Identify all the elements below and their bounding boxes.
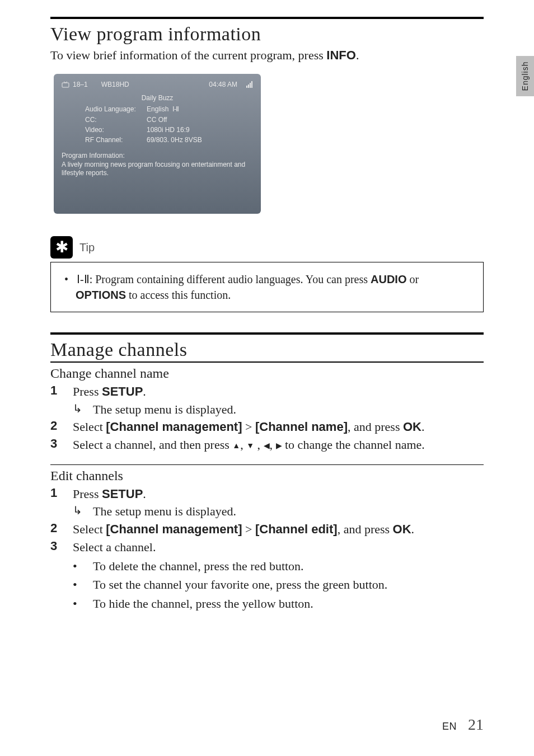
result-arrow-icon: ↳	[73, 401, 93, 418]
page-footer: EN 21	[442, 716, 484, 734]
ec-bullet1: To delete the channel, press the red but…	[93, 558, 304, 575]
tv-icon	[62, 81, 69, 88]
svg-rect-2	[248, 84, 249, 88]
ccn-step1-result: The setup menu is displayed.	[93, 401, 236, 418]
rule-top-2	[50, 332, 484, 335]
value-rf: 69/803. 0Hz 8VSB	[147, 136, 253, 144]
right-arrow-icon: ▶	[276, 440, 282, 451]
edit-channels-heading: Edit channels	[50, 468, 484, 483]
section1-title: View program information	[50, 24, 484, 45]
ec-step3-num: 3	[50, 539, 73, 614]
ccn-step1-num: 1	[50, 383, 73, 417]
panel-program-title: Daily Buzz	[62, 94, 253, 102]
tip-box: ✱ Tip • Ⅰ-Ⅱ: Program containing differen…	[50, 236, 484, 312]
change-channel-name-heading: Change channel name	[50, 366, 484, 381]
tip-content: • Ⅰ-Ⅱ: Program containing different audi…	[50, 262, 484, 312]
rule-sub-2	[50, 464, 484, 465]
language-tab: English	[516, 56, 534, 96]
panel-pi-body: A lively morning news program focusing o…	[62, 161, 253, 178]
svg-rect-1	[246, 86, 247, 88]
ccn-step1: 1 Press SETUP. ↳ The setup menu is displ…	[50, 383, 484, 417]
rule-sub-1	[50, 361, 484, 363]
panel-top-row: 18–1 WB18HD 04:48 AM	[62, 81, 253, 88]
svg-rect-0	[62, 83, 69, 87]
panel-channel-number: 18–1	[73, 81, 88, 88]
ccn-step2-num: 2	[50, 419, 73, 435]
ccn-step3: 3 Select a channel, and then press ▲, ▼ …	[50, 436, 484, 453]
bullet-icon: •	[73, 576, 93, 593]
value-audio-language: English Ⅰ-Ⅱ	[147, 105, 253, 114]
panel-pi-header: Program Information:	[62, 152, 253, 161]
section1-intro: To view brief information of the current…	[50, 48, 484, 63]
footer-lang: EN	[442, 721, 457, 732]
ec-step1-result: The setup menu is displayed.	[93, 503, 236, 520]
ec-bullet2: To set the channel your favorite one, pr…	[93, 576, 387, 593]
bullet-icon: •	[73, 595, 93, 612]
bullet-icon: •	[73, 558, 93, 575]
panel-channel-name: WB18HD	[101, 81, 129, 88]
result-arrow-icon: ↳	[73, 503, 93, 520]
ccn-step3-num: 3	[50, 436, 73, 453]
label-audio-language: Audio Language:	[85, 105, 147, 114]
ec-step3: 3 Select a channel. • To delete the chan…	[50, 539, 484, 614]
label-video: Video:	[85, 126, 147, 134]
label-cc: CC:	[85, 116, 147, 124]
panel-time: 04:48 AM	[209, 81, 237, 88]
value-cc: CC Off	[147, 116, 253, 124]
tip-label: Tip	[79, 241, 95, 254]
panel-program-info: Program Information: A lively morning ne…	[62, 152, 253, 178]
left-arrow-icon: ◀	[264, 440, 270, 451]
ec-step1-num: 1	[50, 486, 73, 520]
svg-rect-4	[251, 81, 252, 88]
section2-title: Manage channels	[50, 339, 484, 360]
ec-bullet3: To hide the channel, press the yellow bu…	[93, 595, 313, 612]
language-tab-label: English	[521, 62, 530, 91]
label-rf: RF Channel:	[85, 136, 147, 144]
ec-step1: 1 Press SETUP. ↳ The setup menu is displ…	[50, 486, 484, 520]
rule-top-1	[50, 17, 484, 19]
panel-grid: Audio Language: English Ⅰ-Ⅱ CC: CC Off V…	[85, 105, 253, 144]
signal-icon	[246, 81, 253, 88]
ec-step2-num: 2	[50, 521, 73, 538]
tip-icon: ✱	[50, 236, 73, 259]
ccn-step2: 2 Select [Channel management] > [Channel…	[50, 419, 484, 435]
value-video: 1080i HD 16:9	[147, 126, 253, 134]
ec-step2: 2 Select [Channel management] > [Channel…	[50, 521, 484, 538]
footer-page: 21	[468, 716, 484, 734]
svg-rect-3	[250, 83, 251, 88]
program-info-panel: 18–1 WB18HD 04:48 AM Daily Buzz Audio La…	[54, 74, 261, 214]
down-arrow-icon: ▼	[246, 440, 254, 451]
up-arrow-icon: ▲	[232, 440, 240, 451]
